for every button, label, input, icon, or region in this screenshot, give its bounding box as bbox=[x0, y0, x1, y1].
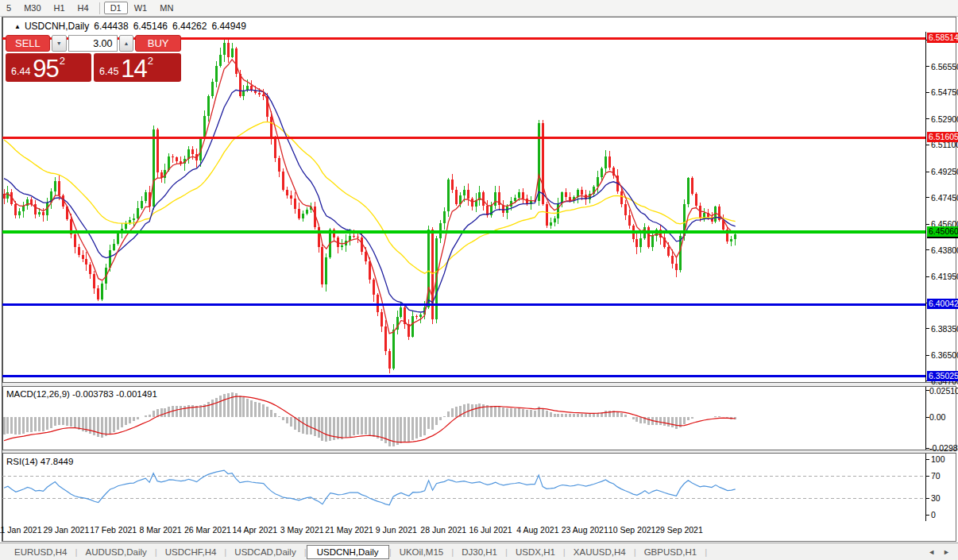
tab-ukoil[interactable]: UKOil,M15 bbox=[392, 546, 452, 558]
volume-input[interactable] bbox=[68, 35, 118, 52]
sell-price-prefix: 6.44 bbox=[11, 66, 30, 77]
price-tick-label: 6.49250 bbox=[931, 167, 958, 176]
macd-label: MACD(12,26,9) -0.003783 -0.001491 bbox=[6, 389, 157, 399]
price-tick-label: 6.54750 bbox=[931, 87, 958, 97]
date-label: 16 Jul 2021 bbox=[465, 525, 516, 535]
sell-price-display[interactable]: 6.44 95 2 bbox=[6, 53, 91, 82]
tab-usdcad[interactable]: USDCAD,Daily bbox=[226, 546, 303, 558]
timeframe-toolbar: 5M30H1H4D1W1MN bbox=[0, 0, 958, 17]
timeframe-button-m30[interactable]: M30 bbox=[17, 2, 47, 14]
panel-splitter[interactable] bbox=[2, 450, 956, 454]
price-tick-label: 6.36500 bbox=[931, 350, 958, 360]
date-label: 3 May 2021 bbox=[276, 525, 327, 535]
symbol-marker-icon: ▲ bbox=[14, 23, 21, 30]
tab-xauusd[interactable]: XAUUSD,H4 bbox=[566, 546, 634, 558]
tabs-scroll-left-button[interactable]: ◄ bbox=[928, 548, 935, 556]
ohlc-close: 6.44949 bbox=[211, 21, 245, 32]
price-tick-label: 6.41950 bbox=[931, 272, 958, 281]
buy-price-pips: 14 bbox=[121, 57, 146, 80]
tab-dj30[interactable]: DJ30,H1 bbox=[454, 546, 505, 558]
buy-button[interactable]: BUY bbox=[135, 35, 181, 52]
price-tag: 6.40042 bbox=[927, 299, 958, 309]
macd-tick-label: 0.00 bbox=[929, 412, 945, 422]
price-tick-label: 6.43800 bbox=[931, 245, 958, 255]
macd-tick-label: 0.025108 bbox=[929, 386, 958, 396]
sell-price-pips: 95 bbox=[33, 57, 58, 80]
rsi-label: RSI(14) 47.8449 bbox=[6, 457, 73, 466]
price-tick-label: 6.56550 bbox=[931, 62, 958, 71]
date-label: 26 Mar 2021 bbox=[182, 525, 233, 535]
ohlc-low: 6.44262 bbox=[172, 21, 207, 32]
timeframe-button-5[interactable]: 5 bbox=[0, 2, 17, 14]
timeframe-button-mn[interactable]: MN bbox=[153, 2, 180, 14]
rsi-tick-label: 70 bbox=[931, 471, 941, 481]
date-label: 23 Aug 2021 bbox=[559, 525, 610, 535]
price-chart[interactable] bbox=[0, 32, 958, 382]
volume-increase-button[interactable]: ▲ bbox=[119, 35, 134, 52]
buy-price-point: 2 bbox=[148, 55, 153, 67]
price-tick-label: 6.38350 bbox=[931, 324, 958, 334]
sell-button[interactable]: SELL bbox=[6, 35, 50, 52]
price-tag: 6.35025 bbox=[927, 371, 958, 381]
rsi-tick-label: 100 bbox=[931, 454, 945, 464]
spinner-down-icon: ▼ bbox=[56, 41, 62, 46]
timeframe-button-d1[interactable]: D1 bbox=[104, 2, 128, 14]
date-label: 29 Sep 2021 bbox=[654, 525, 705, 535]
date-label: 8 Mar 2021 bbox=[135, 525, 186, 535]
date-label: 10 Sep 2021 bbox=[607, 525, 658, 535]
timeframe-button-h1[interactable]: H1 bbox=[48, 2, 71, 14]
tab-audusd[interactable]: AUDUSD,Daily bbox=[77, 546, 154, 558]
rsi-indicator-chart[interactable] bbox=[0, 454, 958, 521]
toolbar-divider bbox=[99, 2, 100, 14]
one-click-trading-panel: SELL ▼ ▲ BUY 6.44 95 2 6.45 14 2 bbox=[6, 35, 181, 82]
ohlc-high: 6.45146 bbox=[133, 21, 168, 32]
price-tag: 6.58514 bbox=[927, 33, 958, 43]
tabs-scroll-right-button[interactable]: ► bbox=[943, 548, 950, 556]
date-label: 4 Aug 2021 bbox=[512, 525, 563, 535]
buy-price-display[interactable]: 6.45 14 2 bbox=[94, 53, 181, 82]
spinner-up-icon: ▲ bbox=[123, 41, 129, 46]
price-tick-label: 6.47450 bbox=[931, 193, 958, 203]
macd-tick-label: -0.02988 bbox=[929, 443, 958, 453]
chart-tabs: EURUSD,H4|AUDUSD,Daily|USDCHF,H4|USDCAD,… bbox=[0, 543, 958, 560]
tab-eurusd[interactable]: EURUSD,H4 bbox=[6, 546, 75, 558]
chart-symbol-header: ▲USDCNH,Daily6.444386.451466.442626.4494… bbox=[14, 21, 246, 32]
panel-splitter[interactable] bbox=[2, 382, 956, 387]
sell-price-point: 2 bbox=[60, 55, 65, 67]
date-label: 29 Jan 2021 bbox=[41, 525, 91, 535]
price-tag: 6.51605 bbox=[927, 132, 958, 142]
ohlc-open: 6.44438 bbox=[94, 21, 128, 32]
date-label: 17 Feb 2021 bbox=[88, 525, 139, 535]
price-tag: 6.45060 bbox=[927, 226, 958, 237]
rsi-tick-label: 0 bbox=[931, 510, 936, 519]
symbol-name: USDCNH,Daily bbox=[25, 21, 89, 32]
rsi-tick-label: 30 bbox=[931, 493, 941, 503]
tab-usdchf[interactable]: USDCHF,H4 bbox=[157, 546, 225, 558]
volume-decrease-button[interactable]: ▼ bbox=[52, 35, 67, 52]
tab-gbpusd[interactable]: GBPUSD,H1 bbox=[636, 546, 705, 558]
tab-separator: | bbox=[705, 547, 707, 557]
price-tick-label: 6.52900 bbox=[931, 114, 958, 124]
date-label: 28 Jun 2021 bbox=[418, 525, 469, 535]
date-label: 21 May 2021 bbox=[323, 525, 374, 535]
timeframe-button-h4[interactable]: H4 bbox=[71, 2, 95, 14]
date-label: 11 Jan 2021 bbox=[0, 525, 44, 535]
date-label: 14 Apr 2021 bbox=[230, 525, 280, 535]
timeframe-button-w1[interactable]: W1 bbox=[128, 2, 154, 14]
mt4-application: 5M30H1H4D1W1MN ▲USDCNH,Daily6.444386.451… bbox=[0, 0, 958, 560]
tab-usdcnh[interactable]: USDCNH,Daily bbox=[307, 545, 389, 559]
buy-price-prefix: 6.45 bbox=[99, 66, 118, 77]
tab-usdx[interactable]: USDX,H1 bbox=[508, 546, 563, 558]
date-label: 9 Jun 2021 bbox=[371, 525, 422, 535]
